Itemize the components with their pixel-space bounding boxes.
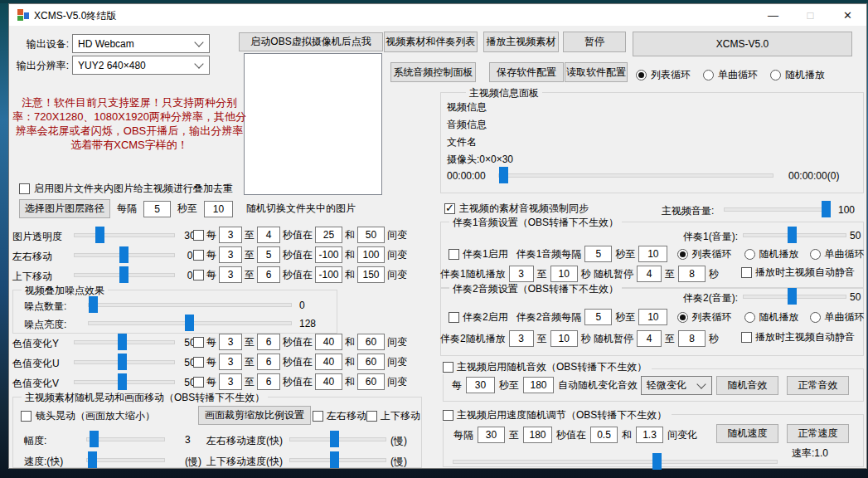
material-listbox[interactable]	[244, 53, 382, 195]
seek-slider[interactable]	[498, 167, 773, 183]
noise-bright-slider[interactable]	[88, 315, 292, 331]
amplitude-slider[interactable]	[86, 431, 165, 447]
lr-min-input[interactable]: -100	[315, 246, 342, 263]
ud-to-input[interactable]: 6	[257, 266, 280, 283]
shake-ud-checkbox[interactable]	[366, 411, 377, 422]
opacity-random-checkbox[interactable]	[193, 230, 204, 241]
speed-normal-button[interactable]: 正常速度	[787, 424, 849, 443]
color-y-to-input[interactable]: 6	[257, 334, 280, 350]
accomp1-volume-slider[interactable]	[743, 227, 846, 243]
accomp1-from-input[interactable]: 5	[584, 246, 612, 262]
opacity-slider[interactable]	[74, 227, 175, 243]
pause-button[interactable]: 暂停	[563, 32, 626, 52]
radio-loop-random[interactable]	[770, 70, 781, 80]
speed-to-input[interactable]: 180	[523, 427, 552, 443]
crop-scale-button[interactable]: 画面裁剪缩放比例设置	[198, 406, 311, 425]
load-config-button[interactable]: 读取软件配置	[565, 62, 628, 82]
fx-variation-select[interactable]: 轻微变化	[641, 376, 712, 395]
fx-random-button[interactable]: 随机音效	[716, 376, 778, 395]
accomp2-rp-from-input[interactable]: 3	[509, 330, 534, 347]
lr-max-input[interactable]: 100	[357, 246, 385, 263]
lr-move-random-checkbox[interactable]	[193, 250, 204, 261]
accomp2-rp-to-input[interactable]: 10	[550, 330, 578, 347]
output-res-select[interactable]: YUY2 640×480	[72, 56, 210, 75]
color-v-random-checkbox[interactable]	[193, 377, 204, 388]
noise-amount-slider[interactable]	[88, 296, 292, 313]
accomp1-mode-random-radio[interactable]	[744, 249, 755, 260]
color-v-slider[interactable]	[74, 373, 175, 390]
color-v-to-input[interactable]: 6	[257, 373, 280, 390]
fx-to-input[interactable]: 180	[523, 377, 554, 393]
main-volume-slider[interactable]	[724, 201, 830, 217]
speed-slider[interactable]	[86, 451, 165, 468]
speed-max-input[interactable]: 1.3	[636, 427, 663, 443]
accomp2-mute-checkbox[interactable]	[741, 332, 752, 343]
sys-audio-button[interactable]: 系统音频控制面板	[390, 62, 476, 82]
accomp2-enable-checkbox[interactable]	[449, 312, 459, 323]
interval-from-input[interactable]: 5	[143, 201, 171, 217]
maximize-icon[interactable]: □	[792, 4, 829, 26]
speed-rate-slider[interactable]	[453, 453, 778, 470]
color-y-random-checkbox[interactable]	[193, 337, 204, 348]
shake-lr-checkbox[interactable]	[313, 411, 323, 422]
material-list-button[interactable]: 视频素材和伴奏列表	[384, 32, 478, 52]
ud-from-input[interactable]: 3	[219, 266, 242, 283]
accomp2-mode-single-radio[interactable]	[810, 312, 821, 323]
ud-max-input[interactable]: 150	[357, 266, 385, 283]
accomp1-mode-single-radio[interactable]	[810, 249, 821, 260]
opacity-max-input[interactable]: 50	[357, 227, 385, 243]
fx-from-input[interactable]: 30	[466, 377, 495, 393]
color-u-random-checkbox[interactable]	[193, 357, 204, 368]
accomp1-pause-to-input[interactable]: 8	[678, 266, 706, 282]
sound-fx-enable-checkbox[interactable]	[443, 362, 453, 373]
accomp2-volume-slider[interactable]	[743, 288, 846, 305]
color-u-slider[interactable]	[74, 354, 175, 370]
start-obs-button[interactable]: 启动OBS虚拟摄像机后点我	[239, 32, 383, 51]
accomp1-rp-from-input[interactable]: 3	[509, 266, 534, 282]
xcms-button[interactable]: XCMS-V5.0	[633, 32, 852, 56]
overlay-enable-checkbox[interactable]	[19, 183, 30, 194]
radio-loop-single[interactable]	[703, 70, 714, 80]
ud-min-input[interactable]: -100	[315, 266, 342, 283]
fx-normal-button[interactable]: 正常音效	[787, 376, 849, 395]
accomp1-to-input[interactable]: 10	[638, 246, 667, 262]
accomp1-mode-list-radio[interactable]	[677, 249, 688, 260]
lr-from-input[interactable]: 3	[219, 246, 242, 263]
color-u-to-input[interactable]: 6	[257, 354, 280, 370]
ud-speed-slider[interactable]	[289, 451, 386, 468]
color-u-from-input[interactable]: 3	[219, 354, 242, 370]
select-image-path-button[interactable]: 选择图片图层路径	[19, 199, 110, 218]
minimize-icon[interactable]: —	[754, 4, 792, 26]
opacity-min-input[interactable]: 25	[315, 227, 342, 243]
opacity-to-input[interactable]: 4	[257, 227, 280, 243]
accomp2-from-input[interactable]: 5	[584, 309, 612, 325]
accomp1-pause-from-input[interactable]: 4	[637, 266, 662, 282]
speed-from-input[interactable]: 30	[478, 427, 505, 443]
sync-checkbox[interactable]	[444, 203, 455, 214]
accomp2-pause-from-input[interactable]: 4	[637, 330, 662, 347]
speed-min-input[interactable]: 0.5	[590, 427, 618, 443]
color-v-min-input[interactable]: 40	[315, 373, 342, 390]
speed-adjust-enable-checkbox[interactable]	[443, 410, 453, 421]
color-u-min-input[interactable]: 40	[315, 354, 342, 370]
ud-move-random-checkbox[interactable]	[193, 270, 204, 280]
lr-move-slider[interactable]	[74, 246, 175, 263]
lens-shake-checkbox[interactable]	[21, 411, 32, 422]
lr-to-input[interactable]: 5	[257, 246, 280, 263]
color-y-min-input[interactable]: 40	[315, 334, 342, 350]
ud-move-slider[interactable]	[74, 266, 175, 283]
output-device-select[interactable]: HD Webcam	[72, 34, 210, 53]
save-config-button[interactable]: 保存软件配置	[489, 62, 564, 82]
color-v-from-input[interactable]: 3	[219, 373, 242, 390]
color-y-max-input[interactable]: 60	[357, 334, 385, 350]
title-bar[interactable]: XCMS-V5.0终结版 — □ ✕	[9, 4, 866, 26]
color-u-max-input[interactable]: 60	[357, 354, 385, 370]
lr-speed-slider[interactable]	[289, 431, 386, 447]
accomp2-mode-random-radio[interactable]	[744, 312, 755, 323]
opacity-from-input[interactable]: 3	[219, 227, 242, 243]
speed-random-button[interactable]: 随机速度	[716, 424, 778, 443]
accomp2-pause-to-input[interactable]: 8	[678, 330, 706, 347]
interval-to-input[interactable]: 10	[204, 201, 233, 217]
accomp1-rp-to-input[interactable]: 10	[550, 266, 578, 282]
accomp2-mode-list-radio[interactable]	[677, 312, 688, 323]
